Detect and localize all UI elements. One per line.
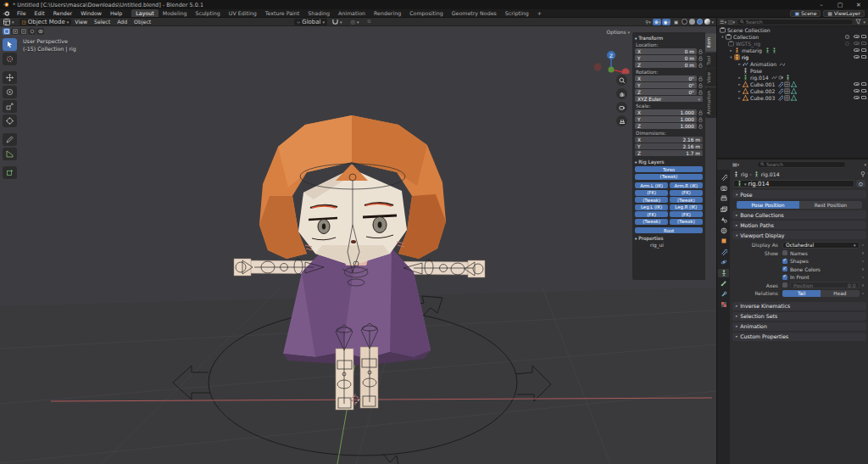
xray-toggle[interactable]: ▣: [671, 19, 680, 25]
select-intersect-mode-button[interactable]: [36, 28, 44, 35]
animate-dot[interactable]: [862, 293, 865, 295]
outliner-search-input[interactable]: [746, 20, 851, 25]
lock-icon[interactable]: [698, 83, 703, 88]
datablock-name-field[interactable]: ▾ rig.014: [733, 180, 854, 187]
properties-options-dropdown[interactable]: ▾: [864, 162, 866, 167]
outliner-row-cube-003[interactable]: ▸ Cube.003: [717, 94, 868, 101]
snap-toggle[interactable]: ▾: [329, 19, 346, 25]
disable-render-icon[interactable]: [861, 42, 866, 46]
rig-root-button[interactable]: Root: [635, 227, 703, 233]
n-tab-view[interactable]: View: [705, 69, 716, 87]
names-checkbox[interactable]: [782, 250, 787, 255]
menu-add[interactable]: Add: [114, 19, 131, 25]
hide-eye-icon[interactable]: [854, 82, 860, 86]
tab-object[interactable]: [718, 237, 729, 245]
outliner-editor-type-button[interactable]: ☰▾: [720, 19, 726, 25]
scale-z-field[interactable]: Z1.000: [635, 123, 697, 129]
select-box-tool[interactable]: [3, 38, 17, 51]
disable-render-icon[interactable]: [861, 35, 866, 39]
gizmos-toggle[interactable]: ⊕▾: [653, 19, 661, 25]
rig-leg-l-fk-button[interactable]: (FK): [635, 211, 668, 217]
bone-collections-panel-header[interactable]: ▸Bone Collections: [732, 210, 866, 219]
hide-eye-icon[interactable]: [854, 96, 860, 99]
lock-icon[interactable]: [698, 110, 703, 115]
location-y-field[interactable]: Y0 m: [635, 55, 697, 61]
select-subtract-mode-button[interactable]: [19, 28, 27, 35]
rig-arm-l-ik-button[interactable]: Arm.L (IK): [635, 182, 668, 188]
shading-dropdown[interactable]: ▾: [711, 20, 714, 25]
scale-x-field[interactable]: X1.000: [635, 109, 697, 115]
filter-dropdown[interactable]: ▾: [863, 20, 865, 25]
rotation-x-field[interactable]: X0°: [635, 75, 697, 81]
tab-world[interactable]: [718, 226, 729, 235]
rotation-mode-dropdown[interactable]: XYZ Euler▾: [635, 96, 703, 102]
axes-checkbox[interactable]: [782, 282, 787, 288]
properties-search[interactable]: [757, 161, 846, 168]
tab-modifiers[interactable]: [718, 248, 729, 256]
lock-icon[interactable]: [698, 63, 703, 68]
shapes-checkbox[interactable]: [782, 259, 787, 264]
disable-render-icon[interactable]: [861, 89, 866, 93]
tab-physics[interactable]: [718, 258, 729, 266]
tab-output[interactable]: [718, 194, 729, 203]
proportional-edit-toggle[interactable]: ◎▾: [348, 19, 363, 25]
properties-editor-type-button[interactable]: ▤▾: [732, 161, 739, 167]
pose-panel-header[interactable]: ▾Pose: [732, 190, 866, 198]
menu-view[interactable]: View: [71, 19, 91, 25]
menu-file[interactable]: File: [13, 10, 31, 16]
animate-dot[interactable]: [862, 252, 865, 254]
rig-arm-l-tweak-button[interactable]: (Tweak): [635, 197, 668, 203]
rig-layers-panel-header[interactable]: ▾Rig Layers: [635, 159, 703, 165]
custom-properties-panel-header[interactable]: ▸Custom Properties: [732, 333, 866, 341]
outliner-search[interactable]: [737, 19, 854, 25]
navigation-gizmo[interactable]: Z: [592, 35, 631, 74]
pin-icon[interactable]: [860, 171, 865, 177]
relations-head-button[interactable]: Head: [821, 290, 859, 297]
transform-tool[interactable]: [3, 115, 17, 127]
select-set-mode-button[interactable]: [3, 28, 10, 35]
workspace-tab-animation[interactable]: Animation: [334, 9, 370, 17]
rig-leg-r-ik-button[interactable]: Leg.R (IK): [670, 204, 703, 210]
in-front-checkbox[interactable]: [782, 275, 787, 280]
lock-icon[interactable]: [698, 90, 703, 95]
transform-panel-header[interactable]: ▾Transform: [635, 36, 703, 41]
rotate-tool[interactable]: [3, 86, 17, 98]
animate-dot[interactable]: [862, 277, 865, 279]
menu-edit[interactable]: Edit: [31, 10, 49, 16]
properties-search-input[interactable]: [766, 162, 843, 167]
close-button[interactable]: ✕: [849, 0, 868, 9]
rig-leg-r-fk-button[interactable]: (FK): [670, 211, 703, 217]
menu-render[interactable]: Render: [49, 10, 76, 16]
rotation-y-field[interactable]: Y0°: [635, 82, 697, 88]
exclude-checkbox[interactable]: [845, 35, 849, 39]
rig-leg-l-ik-button[interactable]: Leg.L (IK): [635, 204, 668, 210]
animate-dot[interactable]: [862, 244, 865, 247]
minimize-button[interactable]: –: [812, 0, 831, 9]
rig-leg-r-tweak-button[interactable]: (Tweak): [670, 219, 703, 225]
shading-solid-button[interactable]: [689, 19, 695, 25]
lock-icon[interactable]: [698, 124, 703, 129]
rig-arm-l-fk-button[interactable]: (FK): [635, 190, 668, 196]
n-tab-tool[interactable]: Tool: [705, 53, 716, 69]
zoom-button[interactable]: [616, 75, 627, 86]
hide-eye-icon[interactable]: [854, 42, 860, 45]
dimensions-x-field[interactable]: X2.16 m: [635, 137, 703, 143]
overlays-toggle[interactable]: ◉▾: [662, 19, 670, 25]
rotation-z-field[interactable]: Z0°: [635, 89, 697, 95]
location-z-field[interactable]: Z0 m: [635, 62, 697, 68]
workspace-tab-modeling[interactable]: Modeling: [159, 9, 192, 17]
tab-tool[interactable]: [718, 173, 729, 182]
location-x-field[interactable]: X0 m: [635, 48, 697, 54]
animate-dot[interactable]: [862, 284, 865, 287]
bone-colors-checkbox[interactable]: [782, 266, 787, 271]
tab-object-data[interactable]: [718, 269, 729, 277]
move-tool[interactable]: [3, 71, 17, 84]
n-tab-animation[interactable]: Animation: [705, 87, 716, 118]
tab-view-layer[interactable]: [718, 205, 729, 214]
menu-window[interactable]: Window: [76, 10, 106, 16]
perspective-toggle-button[interactable]: [616, 115, 627, 126]
outliner-row-rig[interactable]: ▾ rig: [717, 53, 868, 60]
dimensions-z-field[interactable]: Z1.7 m: [635, 150, 703, 156]
lock-icon[interactable]: [698, 117, 703, 122]
scale-y-field[interactable]: Y1.000: [635, 116, 697, 122]
